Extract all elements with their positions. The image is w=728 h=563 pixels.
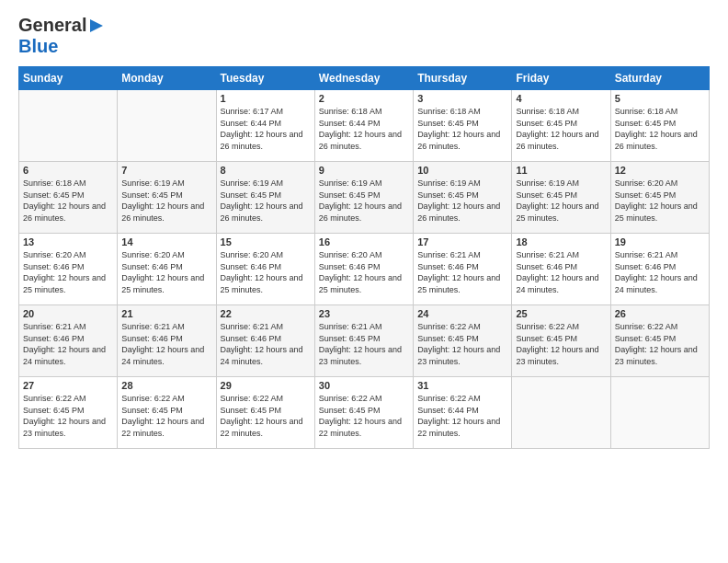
day-header-saturday: Saturday [610, 67, 709, 90]
calendar-cell: 29Sunrise: 6:22 AM Sunset: 6:45 PM Dayli… [216, 377, 314, 449]
logo-blue-text: Blue [18, 36, 58, 56]
calendar-cell: 4Sunrise: 6:18 AM Sunset: 6:45 PM Daylig… [512, 90, 610, 162]
day-number: 11 [516, 165, 606, 176]
week-row-3: 13Sunrise: 6:20 AM Sunset: 6:46 PM Dayli… [19, 234, 710, 305]
day-info: Sunrise: 6:21 AM Sunset: 6:46 PM Dayligh… [615, 249, 705, 295]
day-number: 6 [23, 165, 113, 176]
calendar-cell: 30Sunrise: 6:22 AM Sunset: 6:45 PM Dayli… [314, 377, 413, 449]
day-info: Sunrise: 6:21 AM Sunset: 6:46 PM Dayligh… [516, 249, 606, 295]
day-info: Sunrise: 6:22 AM Sunset: 6:45 PM Dayligh… [319, 393, 409, 439]
day-number: 22 [221, 308, 311, 319]
day-number: 31 [417, 380, 507, 391]
day-number: 10 [417, 165, 507, 176]
day-header-sunday: Sunday [19, 67, 118, 90]
day-info: Sunrise: 6:20 AM Sunset: 6:46 PM Dayligh… [221, 249, 311, 295]
day-info: Sunrise: 6:19 AM Sunset: 6:45 PM Dayligh… [516, 178, 606, 224]
calendar-cell: 24Sunrise: 6:22 AM Sunset: 6:45 PM Dayli… [414, 305, 512, 377]
week-row-1: 1Sunrise: 6:17 AM Sunset: 6:44 PM Daylig… [19, 90, 710, 162]
day-info: Sunrise: 6:21 AM Sunset: 6:45 PM Dayligh… [319, 321, 409, 367]
day-number: 24 [417, 308, 507, 319]
calendar-table: SundayMondayTuesdayWednesdayThursdayFrid… [18, 66, 710, 449]
calendar-cell: 27Sunrise: 6:22 AM Sunset: 6:45 PM Dayli… [19, 377, 118, 449]
day-number: 25 [516, 308, 606, 319]
day-number: 18 [516, 236, 606, 247]
day-info: Sunrise: 6:22 AM Sunset: 6:45 PM Dayligh… [615, 321, 705, 367]
day-header-tuesday: Tuesday [216, 67, 314, 90]
calendar-cell: 6Sunrise: 6:18 AM Sunset: 6:45 PM Daylig… [19, 162, 118, 234]
calendar-cell: 2Sunrise: 6:18 AM Sunset: 6:44 PM Daylig… [314, 90, 413, 162]
day-info: Sunrise: 6:17 AM Sunset: 6:44 PM Dayligh… [221, 106, 311, 152]
calendar-cell: 11Sunrise: 6:19 AM Sunset: 6:45 PM Dayli… [512, 162, 610, 234]
calendar-cell: 9Sunrise: 6:19 AM Sunset: 6:45 PM Daylig… [314, 162, 413, 234]
calendar-cell: 15Sunrise: 6:20 AM Sunset: 6:46 PM Dayli… [216, 234, 314, 305]
calendar-cell: 12Sunrise: 6:20 AM Sunset: 6:45 PM Dayli… [610, 162, 709, 234]
day-info: Sunrise: 6:22 AM Sunset: 6:45 PM Dayligh… [23, 393, 113, 439]
svg-marker-0 [90, 19, 103, 32]
day-header-friday: Friday [512, 67, 610, 90]
calendar-cell: 16Sunrise: 6:20 AM Sunset: 6:46 PM Dayli… [314, 234, 413, 305]
day-number: 4 [516, 93, 606, 104]
day-info: Sunrise: 6:19 AM Sunset: 6:45 PM Dayligh… [221, 178, 311, 224]
day-info: Sunrise: 6:19 AM Sunset: 6:45 PM Dayligh… [417, 178, 507, 224]
day-number: 7 [121, 165, 211, 176]
calendar-cell: 22Sunrise: 6:21 AM Sunset: 6:46 PM Dayli… [216, 305, 314, 377]
day-number: 20 [23, 308, 113, 319]
day-header-wednesday: Wednesday [314, 67, 413, 90]
day-info: Sunrise: 6:21 AM Sunset: 6:46 PM Dayligh… [417, 249, 507, 295]
header-row: SundayMondayTuesdayWednesdayThursdayFrid… [19, 67, 710, 90]
calendar-cell: 13Sunrise: 6:20 AM Sunset: 6:46 PM Dayli… [19, 234, 118, 305]
calendar-cell: 21Sunrise: 6:21 AM Sunset: 6:46 PM Dayli… [118, 305, 216, 377]
day-number: 2 [319, 93, 409, 104]
calendar-cell: 10Sunrise: 6:19 AM Sunset: 6:45 PM Dayli… [414, 162, 512, 234]
day-number: 28 [121, 380, 211, 391]
day-number: 13 [23, 236, 113, 247]
calendar-cell: 17Sunrise: 6:21 AM Sunset: 6:46 PM Dayli… [414, 234, 512, 305]
day-info: Sunrise: 6:18 AM Sunset: 6:44 PM Dayligh… [319, 106, 409, 152]
page: General Blue SundayMondayTuesdayWednesda… [0, 0, 728, 563]
day-info: Sunrise: 6:20 AM Sunset: 6:45 PM Dayligh… [615, 178, 705, 224]
calendar-cell: 31Sunrise: 6:22 AM Sunset: 6:44 PM Dayli… [414, 377, 512, 449]
logo: General Blue [18, 15, 105, 57]
day-info: Sunrise: 6:18 AM Sunset: 6:45 PM Dayligh… [516, 106, 606, 152]
day-info: Sunrise: 6:20 AM Sunset: 6:46 PM Dayligh… [23, 249, 113, 295]
logo-flag-icon [88, 17, 105, 34]
day-info: Sunrise: 6:18 AM Sunset: 6:45 PM Dayligh… [615, 106, 705, 152]
day-info: Sunrise: 6:19 AM Sunset: 6:45 PM Dayligh… [121, 178, 211, 224]
day-info: Sunrise: 6:22 AM Sunset: 6:44 PM Dayligh… [417, 393, 507, 439]
calendar-cell: 19Sunrise: 6:21 AM Sunset: 6:46 PM Dayli… [610, 234, 709, 305]
calendar-cell: 18Sunrise: 6:21 AM Sunset: 6:46 PM Dayli… [512, 234, 610, 305]
day-info: Sunrise: 6:21 AM Sunset: 6:46 PM Dayligh… [121, 321, 211, 367]
day-info: Sunrise: 6:22 AM Sunset: 6:45 PM Dayligh… [221, 393, 311, 439]
logo-general-text: General [18, 15, 86, 36]
calendar-cell: 1Sunrise: 6:17 AM Sunset: 6:44 PM Daylig… [216, 90, 314, 162]
calendar-cell [512, 377, 610, 449]
week-row-4: 20Sunrise: 6:21 AM Sunset: 6:46 PM Dayli… [19, 305, 710, 377]
day-number: 26 [615, 308, 705, 319]
calendar-cell: 28Sunrise: 6:22 AM Sunset: 6:45 PM Dayli… [118, 377, 216, 449]
day-number: 30 [319, 380, 409, 391]
day-number: 17 [417, 236, 507, 247]
day-info: Sunrise: 6:21 AM Sunset: 6:46 PM Dayligh… [221, 321, 311, 367]
day-header-thursday: Thursday [414, 67, 512, 90]
calendar-cell: 20Sunrise: 6:21 AM Sunset: 6:46 PM Dayli… [19, 305, 118, 377]
calendar-cell [610, 377, 709, 449]
calendar-cell: 7Sunrise: 6:19 AM Sunset: 6:45 PM Daylig… [118, 162, 216, 234]
day-info: Sunrise: 6:18 AM Sunset: 6:45 PM Dayligh… [23, 178, 113, 224]
day-number: 16 [319, 236, 409, 247]
day-header-monday: Monday [118, 67, 216, 90]
day-number: 23 [319, 308, 409, 319]
day-number: 27 [23, 380, 113, 391]
day-number: 8 [221, 165, 311, 176]
calendar-cell: 5Sunrise: 6:18 AM Sunset: 6:45 PM Daylig… [610, 90, 709, 162]
day-info: Sunrise: 6:22 AM Sunset: 6:45 PM Dayligh… [417, 321, 507, 367]
calendar-cell [19, 90, 118, 162]
day-info: Sunrise: 6:20 AM Sunset: 6:46 PM Dayligh… [121, 249, 211, 295]
day-info: Sunrise: 6:18 AM Sunset: 6:45 PM Dayligh… [417, 106, 507, 152]
week-row-2: 6Sunrise: 6:18 AM Sunset: 6:45 PM Daylig… [19, 162, 710, 234]
day-info: Sunrise: 6:22 AM Sunset: 6:45 PM Dayligh… [121, 393, 211, 439]
calendar-cell: 25Sunrise: 6:22 AM Sunset: 6:45 PM Dayli… [512, 305, 610, 377]
day-number: 12 [615, 165, 705, 176]
day-info: Sunrise: 6:20 AM Sunset: 6:46 PM Dayligh… [319, 249, 409, 295]
day-info: Sunrise: 6:21 AM Sunset: 6:46 PM Dayligh… [23, 321, 113, 367]
calendar-cell [118, 90, 216, 162]
